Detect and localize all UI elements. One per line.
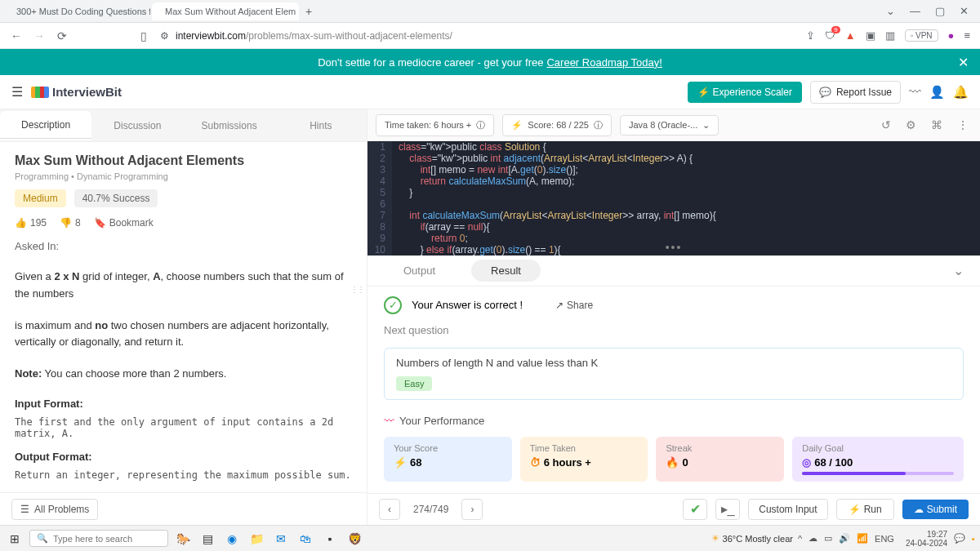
next-question-card[interactable]: Numbers of length N and value less than …: [384, 348, 964, 400]
right-footer: ‹ 274/749 › ✔ ▸_ Custom Input ⚡ Run ☁ Su…: [368, 493, 980, 525]
browser-tab-active[interactable]: Max Sum Without Adjacent Elem ✕: [152, 2, 299, 20]
mail-icon[interactable]: ✉: [271, 529, 291, 549]
edge-icon[interactable]: ◉: [222, 529, 242, 549]
close-promo-icon[interactable]: ✕: [958, 55, 969, 70]
info-icon: ⓘ: [594, 119, 603, 131]
report-issue-button[interactable]: 💬 Report Issue: [810, 81, 901, 104]
hamburger-icon[interactable]: ☰: [11, 84, 23, 100]
user-icon[interactable]: 👤: [929, 85, 945, 100]
windows-taskbar: ⊞ 🔍 Type here to search 🐎 ▤ ◉ 📁 ✉ 🛍 ▪ 🦁 …: [0, 525, 980, 551]
chevron-up-icon[interactable]: ^: [798, 534, 802, 544]
next-page-button[interactable]: ›: [461, 499, 483, 520]
status-check-icon[interactable]: ✔: [683, 499, 707, 520]
next-question-label: Next question: [368, 324, 980, 344]
tab-hints[interactable]: Hints: [275, 112, 367, 140]
custom-input-button[interactable]: Custom Input: [748, 499, 827, 520]
activity-icon[interactable]: 〰: [909, 85, 921, 99]
start-button[interactable]: ⊞: [5, 529, 24, 549]
forward-button[interactable]: →: [33, 29, 46, 42]
clock[interactable]: 19:27 24-04-2024: [906, 530, 947, 548]
language-dropdown[interactable]: Java 8 (Oracle-... ⌄: [620, 115, 719, 136]
chevron-down-icon[interactable]: ⌄: [886, 5, 895, 17]
wallet-icon[interactable]: ▥: [885, 29, 895, 42]
system-tray[interactable]: ^ ☁ ▭ 🔊 📶 ENG 19:27 24-04-2024 💬 ▪: [798, 530, 975, 548]
shield-icon[interactable]: 🛡9: [825, 29, 835, 42]
tab-discussion[interactable]: Discussion: [91, 112, 183, 140]
output-format-heading: Output Format:: [15, 451, 352, 463]
keyboard-icon[interactable]: ⌘: [928, 118, 946, 131]
tab-description[interactable]: Description: [0, 111, 91, 140]
bookmark-icon[interactable]: ▯: [137, 29, 150, 42]
new-tab-button[interactable]: +: [301, 5, 317, 18]
task-view-icon[interactable]: ▤: [198, 529, 217, 549]
time-taken-pill[interactable]: Time taken: 6 hours + ⓘ: [376, 114, 494, 136]
url-host: interviewbit.com: [176, 30, 246, 42]
battery-icon[interactable]: ▭: [824, 533, 832, 544]
show-desktop-icon[interactable]: ▪: [972, 534, 975, 544]
lang-indicator[interactable]: ENG: [875, 534, 894, 544]
promo-text: Don't settle for a mediocre career - get…: [318, 56, 543, 69]
submit-button[interactable]: ☁ Submit: [902, 500, 969, 519]
experience-scaler-button[interactable]: ⚡ Experience Scaler: [688, 82, 802, 103]
main-area: Description Discussion Submissions Hints…: [0, 109, 980, 525]
settings-icon[interactable]: ⚙: [902, 118, 920, 131]
back-button[interactable]: ←: [10, 29, 23, 42]
tab-title: Max Sum Without Adjacent Elem: [165, 7, 296, 16]
minimize-icon[interactable]: —: [910, 5, 920, 17]
sidepanel-icon[interactable]: ▣: [866, 29, 875, 42]
store-icon[interactable]: 🛍: [296, 529, 315, 549]
brand-logo[interactable]: InterviewBit: [31, 85, 122, 99]
browser-tab-inactive[interactable]: 300+ Must Do Coding Questions fro: [3, 2, 150, 20]
info-icon: ⓘ: [476, 119, 485, 131]
expand-handle-icon[interactable]: •••: [666, 241, 683, 254]
sun-icon: ☀: [711, 533, 719, 544]
tab-title: 300+ Must Do Coding Questions fro: [16, 7, 150, 16]
run-button[interactable]: ⚡ Run: [836, 499, 894, 520]
score-pill[interactable]: ⚡ Score: 68 / 225 ⓘ: [502, 114, 612, 136]
terminal-icon[interactable]: ▸_: [715, 499, 740, 520]
resize-handle-icon[interactable]: ⋮⋮⋮: [350, 285, 367, 294]
close-window-icon[interactable]: ✕: [960, 5, 969, 17]
all-problems-button[interactable]: ☰ All Problems: [11, 499, 98, 520]
brave-icon[interactable]: ▲: [845, 29, 856, 42]
explorer-icon[interactable]: 📁: [247, 529, 266, 549]
weather-widget[interactable]: ☀ 36°C Mostly clear: [711, 533, 793, 544]
volume-icon[interactable]: 🔊: [839, 533, 850, 544]
copilot-icon[interactable]: 🐎: [173, 529, 193, 549]
tab-output[interactable]: Output: [384, 260, 455, 282]
tab-result[interactable]: Result: [471, 260, 541, 282]
like-button[interactable]: 👍 195: [15, 217, 47, 229]
menu-icon[interactable]: ≡: [964, 29, 970, 42]
tab-submissions[interactable]: Submissions: [184, 112, 275, 140]
prev-page-button[interactable]: ‹: [379, 499, 400, 520]
url-path: /problems/max-sum-without-adjacent-eleme…: [246, 30, 452, 42]
input-format-text: The first and the only argument of input…: [15, 416, 352, 439]
brave-app-icon[interactable]: 🦁: [345, 529, 364, 549]
profile-icon[interactable]: ●: [948, 29, 955, 42]
share-icon[interactable]: ⇪: [806, 29, 815, 42]
wifi-icon[interactable]: 📶: [857, 533, 868, 544]
vpn-badge[interactable]: ◦ VPN: [905, 29, 938, 42]
code-editor[interactable]: 1class="kw">public class Solution {2 cla…: [368, 141, 980, 256]
url-field[interactable]: ⚙ interviewbit.com/problems/max-sum-with…: [160, 30, 796, 42]
reset-icon[interactable]: ↺: [878, 118, 894, 131]
bell-icon[interactable]: 🔔: [953, 85, 969, 100]
maximize-icon[interactable]: ▢: [935, 5, 945, 17]
share-button[interactable]: ↗ Share: [555, 300, 593, 311]
terminal-app-icon[interactable]: ▪: [320, 529, 340, 549]
output-format-text: Return an integer, representing the maxi…: [15, 469, 352, 481]
notifications-icon[interactable]: 💬: [954, 533, 965, 544]
dislike-button[interactable]: 👎 8: [60, 217, 81, 229]
more-icon[interactable]: ⋮: [954, 118, 972, 131]
collapse-output-icon[interactable]: ⌄: [953, 263, 964, 278]
score-card: Your Score ⚡68: [384, 437, 512, 482]
logo-icon: [31, 87, 49, 98]
onedrive-icon[interactable]: ☁: [808, 533, 817, 544]
description-note: Note: You can choose more than 2 numbers…: [15, 366, 352, 383]
reload-button[interactable]: ⟳: [56, 29, 69, 42]
taskbar-search[interactable]: 🔍 Type here to search: [29, 530, 168, 547]
promo-link[interactable]: Career Roadmap Today!: [546, 56, 662, 69]
bookmark-button[interactable]: 🔖 Bookmark: [94, 217, 154, 229]
site-settings-icon[interactable]: ⚙: [160, 30, 169, 42]
success-badge: 40.7% Success: [74, 189, 158, 207]
